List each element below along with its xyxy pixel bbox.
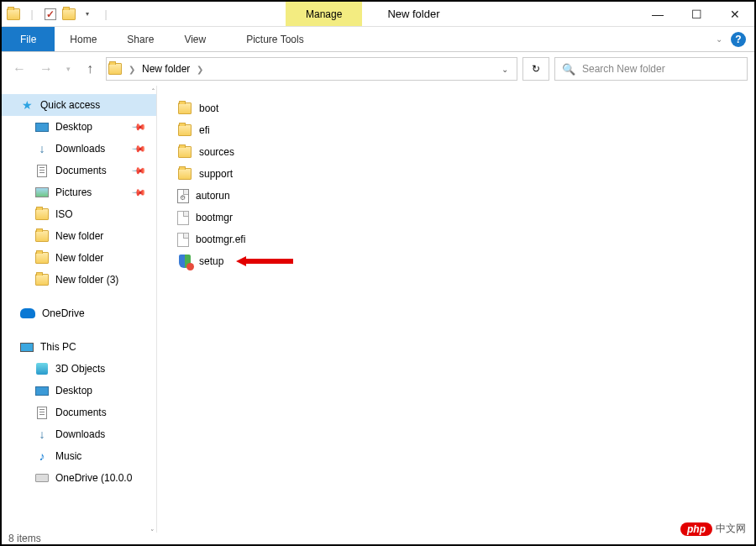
svg-marker-0 bbox=[236, 256, 293, 266]
pin-icon: 📌 bbox=[130, 140, 146, 156]
file-name: setup bbox=[199, 255, 223, 267]
file-item-bootmgr-efi[interactable]: bootmgr.efi bbox=[177, 228, 734, 250]
installer-icon bbox=[177, 254, 192, 269]
back-button[interactable]: ← bbox=[8, 58, 30, 80]
sidebar-item-music[interactable]: ♪Music bbox=[2, 445, 156, 467]
context-tab-group: Manage bbox=[286, 2, 362, 26]
close-button[interactable]: ✕ bbox=[716, 2, 754, 26]
onedrive-icon bbox=[20, 308, 35, 318]
doc-icon bbox=[35, 406, 49, 419]
qat-folder-icon[interactable] bbox=[5, 6, 22, 23]
folder-icon bbox=[35, 251, 49, 265]
sidebar-item-desktop[interactable]: Desktop📌 bbox=[2, 116, 156, 138]
sidebar-label: Quick access bbox=[40, 99, 100, 111]
doc-icon bbox=[35, 164, 49, 177]
sidebar-item-label: Documents bbox=[55, 407, 107, 418]
sidebar-quick-access[interactable]: ★ Quick access bbox=[2, 94, 156, 116]
qat-properties-icon[interactable]: ✓ bbox=[42, 6, 59, 23]
download-icon: ↓ bbox=[35, 428, 49, 441]
file-name: autorun bbox=[196, 190, 230, 202]
sidebar-item-iso[interactable]: ISO bbox=[2, 203, 156, 225]
qat-newfolder-icon[interactable] bbox=[60, 6, 77, 23]
recent-dropdown[interactable]: ▾ bbox=[62, 58, 74, 80]
breadcrumb-separator[interactable]: ❯ bbox=[125, 65, 139, 74]
sidebar-item-label: New folder (3) bbox=[55, 274, 118, 286]
context-tab-manage[interactable]: Manage bbox=[286, 2, 362, 26]
file-name: boot bbox=[199, 102, 218, 114]
settings-file-icon: ⚙ bbox=[177, 189, 189, 203]
sidebar-item-pictures[interactable]: Pictures📌 bbox=[2, 181, 156, 203]
file-list[interactable]: bootefisourcessupport⚙autorunbootmgrboot… bbox=[157, 86, 754, 533]
sidebar-this-pc[interactable]: This PC bbox=[2, 336, 156, 358]
folder-icon bbox=[35, 207, 49, 221]
ribbon: File Home Share View Picture Tools ⌄ ? bbox=[2, 27, 754, 52]
sidebar-item-onedrive-(10.0.0[interactable]: OneDrive (10.0.0 bbox=[2, 467, 156, 489]
breadcrumb-segment[interactable]: New folder bbox=[142, 63, 190, 75]
file-tab[interactable]: File bbox=[2, 27, 55, 51]
watermark-brand: php bbox=[680, 522, 712, 536]
file-name: efi bbox=[199, 124, 210, 136]
sidebar-item-3d-objects[interactable]: 3D Objects bbox=[2, 358, 156, 380]
qat-dropdown[interactable]: ▾ bbox=[79, 6, 96, 23]
scroll-up-icon[interactable]: ˆ bbox=[152, 87, 155, 96]
scroll-down-icon[interactable]: ˬ bbox=[150, 522, 155, 531]
sidebar-item-label: New folder bbox=[55, 230, 103, 242]
desktop-icon bbox=[35, 384, 49, 397]
forward-button[interactable]: → bbox=[35, 58, 57, 80]
address-dropdown[interactable]: ⌄ bbox=[495, 65, 515, 74]
status-text: 8 items bbox=[8, 533, 41, 544]
sidebar-item-documents[interactable]: Documents bbox=[2, 402, 156, 423]
search-placeholder: Search New folder bbox=[582, 63, 665, 75]
file-item-efi[interactable]: efi bbox=[177, 119, 734, 141]
search-box[interactable]: 🔍 Search New folder bbox=[554, 57, 748, 81]
tab-view[interactable]: View bbox=[169, 27, 221, 51]
navigation-pane[interactable]: ˆ ★ Quick access Desktop📌↓Downloads📌Docu… bbox=[2, 86, 157, 533]
sidebar-onedrive[interactable]: OneDrive bbox=[2, 302, 156, 324]
drive-icon bbox=[35, 471, 49, 485]
file-item-autorun[interactable]: ⚙autorun bbox=[177, 185, 734, 207]
sidebar-item-desktop[interactable]: Desktop bbox=[2, 380, 156, 402]
sidebar-item-downloads[interactable]: ↓Downloads📌 bbox=[2, 138, 156, 160]
breadcrumb-separator[interactable]: ❯ bbox=[193, 65, 207, 74]
sidebar-item-label: New folder bbox=[55, 252, 103, 264]
sidebar-item-label: 3D Objects bbox=[55, 363, 105, 375]
folder-icon bbox=[177, 144, 192, 160]
ribbon-collapse-icon[interactable]: ⌄ bbox=[716, 34, 722, 44]
file-item-bootmgr[interactable]: bootmgr bbox=[177, 207, 734, 228]
address-folder-icon bbox=[108, 62, 122, 76]
up-button[interactable]: ↑ bbox=[79, 58, 101, 80]
tab-home[interactable]: Home bbox=[55, 27, 112, 51]
refresh-button[interactable]: ↻ bbox=[522, 57, 549, 81]
pin-icon: 📌 bbox=[130, 118, 146, 134]
sidebar-item-label: Documents bbox=[55, 165, 107, 176]
file-icon bbox=[177, 233, 189, 247]
sidebar-item-new-folder[interactable]: New folder bbox=[2, 247, 156, 269]
sidebar-item-new-folder[interactable]: New folder bbox=[2, 225, 156, 247]
file-item-sources[interactable]: sources bbox=[177, 141, 734, 163]
file-icon bbox=[177, 211, 189, 225]
address-bar[interactable]: ❯ New folder ❯ ⌄ bbox=[106, 57, 517, 81]
help-icon[interactable]: ? bbox=[731, 32, 746, 47]
folder-icon bbox=[35, 273, 49, 286]
titlebar: | ✓ ▾ | Manage New folder — ☐ ✕ bbox=[2, 2, 754, 27]
tab-picture-tools[interactable]: Picture Tools bbox=[231, 27, 318, 51]
tab-share[interactable]: Share bbox=[112, 27, 169, 51]
sidebar-item-label: Music bbox=[55, 450, 81, 462]
window-controls: — ☐ ✕ bbox=[638, 2, 754, 26]
sidebar-item-label: Pictures bbox=[55, 186, 92, 198]
pic-icon bbox=[35, 186, 49, 199]
file-name: bootmgr.efi bbox=[196, 234, 245, 245]
watermark: php 中文网 bbox=[680, 522, 746, 536]
navbar: ← → ▾ ↑ ❯ New folder ❯ ⌄ ↻ 🔍 Search New … bbox=[2, 52, 754, 86]
minimize-button[interactable]: — bbox=[638, 2, 677, 26]
sidebar-item-downloads[interactable]: ↓Downloads bbox=[2, 423, 156, 445]
sidebar-item-documents[interactable]: Documents📌 bbox=[2, 160, 156, 181]
file-item-boot[interactable]: boot bbox=[177, 97, 734, 119]
sidebar-item-label: Downloads bbox=[55, 143, 105, 155]
watermark-text: 中文网 bbox=[716, 522, 746, 536]
file-item-support[interactable]: support bbox=[177, 163, 734, 185]
maximize-button[interactable]: ☐ bbox=[677, 2, 716, 26]
sidebar-item-new-folder-(3)[interactable]: New folder (3) bbox=[2, 269, 156, 291]
folder-icon bbox=[177, 123, 192, 138]
qat-separator: | bbox=[24, 6, 40, 23]
